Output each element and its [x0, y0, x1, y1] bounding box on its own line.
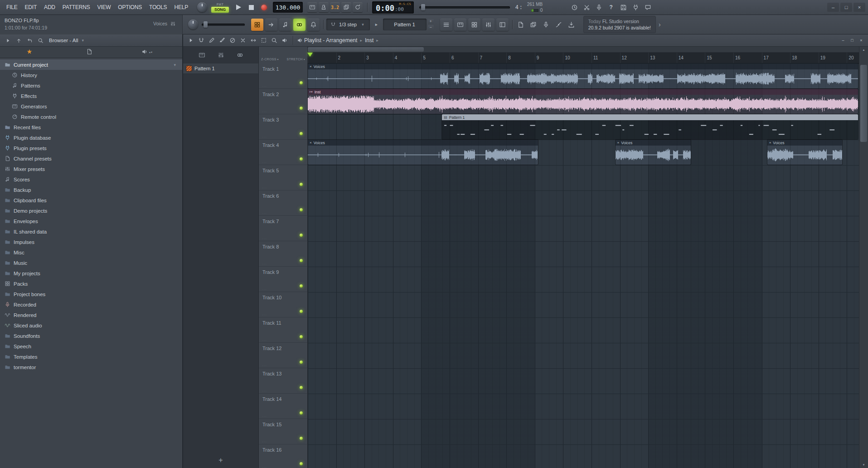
tree-item-plugin-presets[interactable]: Plugin presets	[0, 143, 182, 153]
pat-song-switch[interactable]: PAT SONG	[211, 2, 229, 13]
timesig-spinner[interactable]: 4 ▴▾	[515, 4, 522, 10]
tree-item-history[interactable]: History	[0, 70, 182, 80]
v-scroll-thumb[interactable]	[860, 65, 867, 142]
h-scroll-thumb[interactable]	[308, 47, 424, 52]
track-mute-led[interactable]	[300, 259, 303, 262]
maximize-button[interactable]: □	[840, 3, 852, 12]
stretch-selector[interactable]: STRETCH▾	[287, 58, 305, 61]
slip-tool-button[interactable]	[248, 36, 258, 45]
snap-tool-button[interactable]	[196, 36, 206, 45]
track-mute-led[interactable]	[300, 107, 303, 110]
track-mute-led[interactable]	[300, 284, 303, 288]
slider-thumb[interactable]	[204, 21, 208, 28]
chat-button[interactable]	[642, 2, 653, 13]
loop-button[interactable]	[353, 2, 363, 12]
track-header[interactable]: Track 4···	[259, 140, 307, 165]
playlist-grid[interactable]: ×Voices↦Inst▤Pattern 1×Voices×Voices×Voi…	[308, 63, 859, 468]
envelope-button[interactable]	[553, 19, 564, 30]
pat-mode-label[interactable]: PAT	[211, 2, 229, 6]
precount-button[interactable]: 3.2	[330, 2, 340, 12]
tree-item-packs[interactable]: Packs	[0, 278, 182, 289]
track-header[interactable]: Track 16···	[259, 444, 307, 468]
pattern-selector[interactable]: Pattern 1	[383, 19, 427, 30]
playlist-title[interactable]: Playlist - Arrangement	[304, 37, 357, 44]
spinner-arrows-icon[interactable]: ▴▾	[520, 5, 522, 10]
song-position-slider[interactable]	[419, 2, 510, 12]
overdub-button[interactable]	[341, 2, 351, 12]
slider-thumb[interactable]	[421, 4, 425, 10]
master-volume-knob[interactable]	[188, 20, 198, 29]
tree-item-impulses[interactable]: Impulses	[0, 237, 182, 247]
playlist-minimize-button[interactable]: –	[839, 37, 847, 44]
update-notice[interactable]: Today FL Studio version 20.9.2 build 290…	[583, 16, 656, 33]
close-button[interactable]: ×	[853, 3, 865, 12]
track-mute-led[interactable]	[300, 386, 303, 389]
track-header[interactable]: Track 11···	[259, 317, 307, 343]
track-header[interactable]: Track 1···	[259, 63, 307, 89]
track-mute-led[interactable]	[300, 157, 303, 161]
note-button[interactable]	[279, 19, 291, 31]
timeline-ruler[interactable]: 234567891011121314151617181920	[308, 53, 859, 63]
tree-item-patterns[interactable]: Patterns	[0, 80, 182, 91]
track-mute-led[interactable]	[300, 361, 303, 364]
tree-item-envelopes[interactable]: Envelopes	[0, 216, 182, 226]
track-mute-led[interactable]	[300, 411, 303, 414]
tree-item-music[interactable]: Music	[0, 258, 182, 268]
snap-selector[interactable]: 1/3 step ▾	[326, 19, 370, 30]
track-header[interactable]: Track 2···	[259, 89, 307, 114]
track-mute-led[interactable]	[300, 208, 303, 211]
add-pattern-button[interactable]: +	[218, 456, 223, 464]
link-button[interactable]	[293, 19, 305, 31]
help-button[interactable]: ?	[606, 2, 616, 13]
tree-item-remote-control[interactable]: Remote control	[0, 112, 182, 122]
clone-button[interactable]	[528, 19, 539, 30]
scissors-button[interactable]	[581, 2, 592, 13]
next-button[interactable]: ▸	[372, 20, 381, 29]
menu-tools[interactable]: TOOLS	[145, 0, 170, 15]
menu-edit[interactable]: EDIT	[21, 0, 41, 15]
keyboard-button[interactable]	[307, 2, 317, 12]
tree-item-current-project[interactable]: Current project▾	[0, 59, 182, 70]
pattern-down-button[interactable]: −	[428, 25, 434, 30]
toggle-mixer-button[interactable]	[482, 19, 495, 31]
tree-item-demo-projects[interactable]: Demo projects	[0, 205, 182, 216]
track-header[interactable]: Track 6···	[259, 190, 307, 216]
vertical-scrollbar[interactable]: ▴ ▾	[859, 47, 868, 468]
track-mute-led[interactable]	[300, 437, 303, 440]
pattern-up-button[interactable]: +	[428, 19, 434, 24]
track-header[interactable]: Track 15···	[259, 419, 307, 444]
toggle-piano-roll-button[interactable]	[454, 19, 466, 31]
horizontal-scrollbar[interactable]	[308, 47, 859, 53]
menu-add[interactable]: ADD	[40, 0, 59, 15]
grid-button[interactable]	[251, 19, 263, 31]
track-header[interactable]: Track 14···	[259, 394, 307, 419]
tree-item-channel-presets[interactable]: Channel presets	[0, 153, 182, 164]
tree-item-plugin-database[interactable]: Plugin database	[0, 132, 182, 143]
toggle-browser-button[interactable]	[496, 19, 509, 31]
plug-button[interactable]	[630, 2, 641, 13]
export-button[interactable]	[566, 19, 577, 30]
pattern-item[interactable]: Pattern 1	[183, 63, 258, 74]
tree-item-rendered[interactable]: Rendered	[0, 310, 182, 320]
time-display[interactable]: M:S:CS 0:00 :00	[372, 1, 414, 14]
menu-help[interactable]: HELP	[170, 0, 192, 15]
record-button[interactable]	[258, 2, 269, 13]
draw-tool-button[interactable]	[207, 36, 216, 45]
toggle-channel-rack-button[interactable]	[468, 19, 480, 31]
scroll-down-icon[interactable]: ▾	[859, 462, 868, 468]
clip-audio[interactable]: ↦Inst	[308, 89, 858, 114]
up-button[interactable]	[15, 36, 23, 44]
zoom-tool-button[interactable]	[269, 36, 279, 45]
track-header[interactable]: Track 13···	[259, 368, 307, 394]
browser-title[interactable]: Browser - All	[49, 38, 78, 43]
tempo-display[interactable]: 130.000	[273, 2, 303, 13]
minimize-button[interactable]: –	[827, 3, 839, 12]
track-header[interactable]: Track 12···	[259, 343, 307, 368]
tree-item-tormentor[interactable]: tormentor	[0, 362, 182, 372]
page-button[interactable]	[86, 49, 92, 55]
zcross-selector[interactable]: Z-CROSS▾	[261, 58, 279, 61]
playlist-close-button[interactable]: ×	[857, 37, 865, 44]
tree-item-sliced-audio[interactable]: Sliced audio	[0, 320, 182, 331]
clip-audio[interactable]: ×Voices	[308, 140, 538, 165]
clip-audio[interactable]: ×Voices	[308, 63, 858, 88]
